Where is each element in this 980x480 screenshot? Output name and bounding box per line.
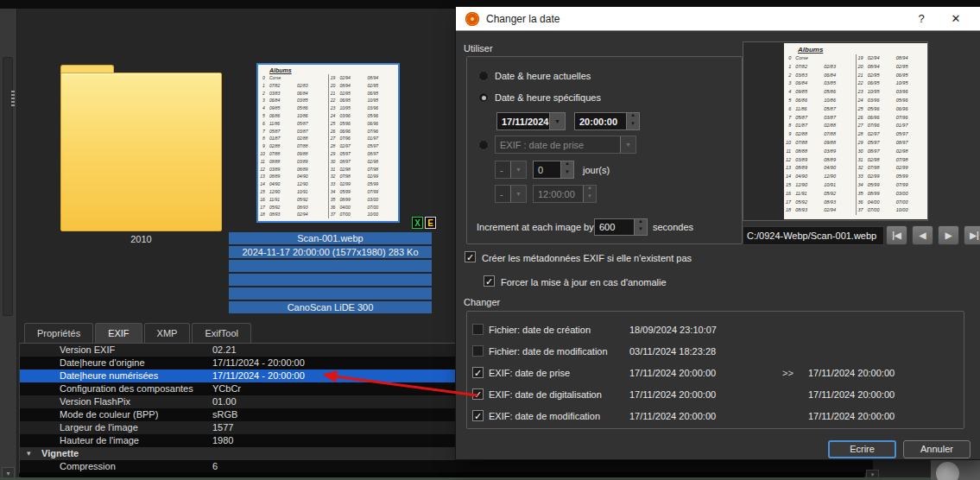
folder-name[interactable]: 2010: [60, 234, 222, 244]
scan-cell: 07/00: [868, 206, 896, 215]
create-exif-checkbox[interactable]: ✓: [465, 251, 476, 262]
scan-cell: 09/85: [795, 88, 824, 97]
scan-row: 409/8505/86: [258, 104, 328, 112]
change-groupbox: Fichier: date de création18/09/2024 23:1…: [466, 311, 964, 429]
change-row-checkbox[interactable]: ✓: [472, 410, 484, 421]
scan-cell: 10/95: [896, 79, 925, 88]
scan-cell: 01/87: [269, 135, 297, 142]
preview-pane: Albums0Corse107/8202/83203/8306/84306/84…: [743, 41, 928, 221]
file-path-field: C:/0924-Webp/Scan-001.webp: [743, 226, 884, 245]
change-row-checkbox[interactable]: ✓: [472, 388, 484, 400]
date-picker[interactable]: 17/11/2024 ▼: [496, 112, 566, 130]
write-button[interactable]: Ecrire: [828, 440, 896, 458]
tab-propriétés[interactable]: Propriétés: [24, 323, 93, 343]
caption-row[interactable]: 2024-11-17 20:00:00 (1577x1980) 283 Ko: [229, 246, 432, 258]
scan-cell: 03/89: [795, 156, 824, 165]
dialog-titlebar[interactable]: Changer la date ? ✕: [456, 7, 980, 31]
scan-row: 0Corse: [258, 74, 328, 82]
scan-cell: 04/90: [824, 164, 852, 173]
spin-buttons-icon[interactable]: ▲▼: [560, 161, 573, 178]
scan-row: 3207/9802/99: [857, 164, 928, 173]
radio-specific-datetime-label[interactable]: Date & heure spécifiques: [495, 92, 601, 103]
spin-buttons-icon[interactable]: ▲▼: [634, 219, 647, 235]
exif-source-value: EXIF : date de prise: [496, 136, 620, 153]
scan-cell: 07/96: [868, 122, 896, 130]
offset-days-spinner[interactable]: 0 ▲▼: [533, 161, 574, 179]
change-row-current-value: 18/09/2024 23:10:07: [629, 325, 717, 335]
radio-specific-datetime[interactable]: [478, 92, 489, 103]
scan-cell: 05/99: [868, 181, 896, 190]
chevron-down-icon[interactable]: ▼: [549, 113, 565, 129]
folder-thumbnail[interactable]: [60, 65, 222, 231]
scan-cell: 11/91: [269, 196, 297, 204]
caption-row[interactable]: [229, 274, 432, 286]
nav-next-button[interactable]: ▶: [938, 225, 959, 245]
tab-xmp[interactable]: XMP: [144, 323, 191, 343]
change-row-checkbox[interactable]: ✓: [472, 367, 484, 378]
scan-cell: 03/96: [896, 88, 925, 97]
increment-value[interactable]: 600: [595, 219, 634, 235]
change-row-current-value: 17/11/2024 20:00:00: [629, 368, 716, 378]
splitter-grip-icon[interactable]: [11, 91, 15, 106]
tab-exif[interactable]: EXIF: [95, 323, 142, 343]
date-picker-value[interactable]: 17/11/2024: [497, 113, 549, 129]
force-update-checkbox[interactable]: ✓: [484, 275, 495, 287]
scan-row: 1007/8809/88: [258, 150, 328, 158]
scan-cell: 02/98: [339, 166, 367, 174]
collapse-arrow-icon[interactable]: ▾: [27, 447, 31, 460]
scan-cell: 07/98: [896, 156, 925, 165]
radio-current-datetime-label[interactable]: Date & heure actuelles: [495, 71, 591, 81]
scan-cell: 10/91: [824, 181, 852, 190]
help-button[interactable]: ?: [904, 12, 939, 25]
exif-row-value: sRGB: [212, 408, 237, 421]
change-row-new-value: 17/11/2024 20:00:00: [808, 368, 895, 378]
scan-row: 2802/9705/97: [857, 130, 928, 139]
exif-row-value: 1980: [212, 434, 233, 447]
scan-cell: 05/97: [368, 142, 395, 150]
nav-last-button[interactable]: ▶|: [964, 225, 980, 245]
increment-spinner[interactable]: 600 ▲▼: [594, 218, 648, 236]
caption-row[interactable]: [229, 287, 432, 300]
exif-row-value: 02.21: [212, 344, 237, 357]
offset-days-value[interactable]: 0: [534, 161, 560, 178]
offset-time-sign-value: -: [496, 186, 510, 202]
create-exif-label[interactable]: Créer les métadonnées EXIF si elle n'exi…: [482, 253, 692, 263]
change-row: Fichier: date de modification03/11/2024 …: [467, 342, 965, 363]
scan-row: 409/8505/86: [784, 88, 856, 97]
cancel-button[interactable]: Annuler: [903, 440, 971, 458]
spin-buttons-icon[interactable]: ▲▼: [626, 113, 639, 129]
nav-first-button[interactable]: |◀: [886, 225, 907, 245]
change-row-checkbox[interactable]: [472, 345, 484, 357]
tab-exiftool[interactable]: ExifTool: [192, 323, 251, 343]
scan-cell: 29: [329, 150, 340, 158]
caption-row[interactable]: CanoScan LiDE 300: [229, 301, 432, 313]
scan-cell: 09/88: [297, 150, 325, 158]
scan-cell: 8: [784, 122, 795, 130]
time-spinner[interactable]: 20:00:00 ▲▼: [574, 112, 640, 130]
scan-row: 306/8403/85: [258, 97, 328, 104]
time-spinner-value[interactable]: 20:00:00: [575, 113, 626, 129]
scan-cell: 03/00: [896, 190, 925, 199]
scan-row: 3508/9903/00: [857, 190, 928, 199]
radio-current-datetime[interactable]: [478, 71, 489, 81]
exif-row[interactable]: Compression6: [20, 460, 873, 473]
caption-row[interactable]: Scan-001.webp: [229, 232, 432, 244]
scan-title: Albums: [269, 67, 398, 73]
caption-row[interactable]: [229, 260, 432, 272]
slider-knob[interactable]: [936, 462, 959, 480]
scan-cell: 31: [329, 166, 340, 174]
scan-cell: 04/00: [868, 199, 896, 207]
close-icon[interactable]: ✕: [939, 12, 973, 25]
scan-cell: 15: [258, 188, 269, 196]
image-thumbnail-selected[interactable]: Albums0Corse107/8202/83203/8306/84306/84…: [256, 63, 400, 223]
scan-row: 1308/8904/90: [258, 173, 328, 180]
scan-cell: 03/83: [269, 90, 297, 98]
scan-cell: 11/86: [795, 105, 824, 114]
force-update-label[interactable]: Forcer la mise à jour en cas d'anomalie: [501, 277, 667, 287]
scan-row: 1404/9012/90: [784, 173, 856, 181]
nav-prev-button[interactable]: ◀: [912, 225, 933, 245]
radio-exif-source[interactable]: [478, 140, 489, 150]
scan-row: 2707/9601/97: [329, 135, 399, 142]
change-row-checkbox[interactable]: [472, 324, 484, 335]
scan-cell: 21: [329, 90, 340, 98]
